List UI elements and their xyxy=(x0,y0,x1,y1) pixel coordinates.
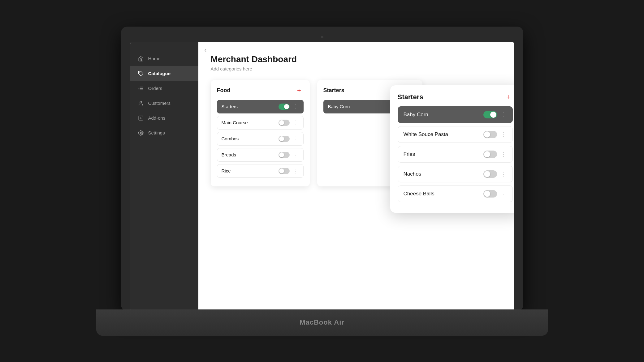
food-item-maincourse[interactable]: Main Course ⋮ xyxy=(217,116,304,130)
sidebar-label-home: Home xyxy=(148,56,161,61)
food-item-maincourse-label: Main Course xyxy=(222,120,248,125)
sidebar-label-addons: Add-ons xyxy=(148,115,166,121)
camera xyxy=(321,36,323,38)
sidebar-label-orders: Orders xyxy=(148,86,162,91)
settings-icon xyxy=(138,130,144,136)
floating-panel: Starters + Baby Corn ⋮ White Souce Pasta xyxy=(390,85,514,213)
home-icon xyxy=(138,56,144,62)
food-card-header: Food + xyxy=(217,86,304,95)
food-item-combos-controls: ⋮ xyxy=(279,135,299,142)
floating-item-fries-label: Fries xyxy=(404,151,415,157)
sidebar-label-catalogue: Catalogue xyxy=(148,71,171,76)
orders-icon xyxy=(138,85,144,92)
floating-item-babycorn-controls: ⋮ xyxy=(483,111,507,118)
page-title: Merchant Dashboard xyxy=(211,54,502,64)
food-item-maincourse-controls: ⋮ xyxy=(279,119,299,126)
floating-item-fries[interactable]: Fries ⋮ xyxy=(398,146,513,163)
floating-item-whitepasta-label: White Souce Pasta xyxy=(404,131,448,138)
screen-bezel: Home Catalogue Orders xyxy=(121,27,523,311)
floating-item-nachos-toggle[interactable] xyxy=(483,170,497,178)
macbook-label: MacBook Air xyxy=(300,318,344,326)
page-subtitle: Add categories here xyxy=(211,66,502,71)
food-item-combos-toggle[interactable] xyxy=(279,136,290,142)
food-item-rice[interactable]: Rice ⋮ xyxy=(217,164,304,178)
floating-item-babycorn-label: Baby Corn xyxy=(404,112,428,118)
food-card: Food + Starters ⋮ xyxy=(211,80,310,186)
floating-item-fries-menu[interactable]: ⋮ xyxy=(501,151,507,158)
sidebar-item-customers[interactable]: Customers xyxy=(130,96,198,111)
starters-card-title: Starters xyxy=(323,87,344,94)
food-item-starters-menu[interactable]: ⋮ xyxy=(293,103,299,110)
plus-square-icon xyxy=(138,115,144,121)
sidebar-item-home[interactable]: Home xyxy=(130,51,198,66)
main-content: ‹ Merchant Dashboard Add categories here… xyxy=(198,42,514,311)
food-item-rice-label: Rice xyxy=(222,168,231,173)
food-item-rice-menu[interactable]: ⋮ xyxy=(293,168,299,174)
food-item-starters-toggle[interactable] xyxy=(279,104,290,110)
food-card-title: Food xyxy=(217,87,231,94)
sidebar-label-customers: Customers xyxy=(148,100,171,106)
svg-point-7 xyxy=(140,101,142,103)
food-item-combos[interactable]: Combos ⋮ xyxy=(217,132,304,146)
sidebar-item-catalogue[interactable]: Catalogue xyxy=(130,66,198,81)
floating-item-cheeseballs[interactable]: Cheese Balls ⋮ xyxy=(398,185,513,202)
floating-item-cheeseballs-menu[interactable]: ⋮ xyxy=(501,190,507,197)
floating-panel-header: Starters + xyxy=(398,93,513,101)
sidebar-item-settings[interactable]: Settings xyxy=(130,126,198,140)
floating-item-nachos-controls: ⋮ xyxy=(483,170,507,178)
floating-item-nachos[interactable]: Nachos ⋮ xyxy=(398,166,513,182)
sidebar: Home Catalogue Orders xyxy=(130,42,198,311)
back-arrow[interactable]: ‹ xyxy=(205,46,207,53)
floating-item-fries-toggle[interactable] xyxy=(483,151,497,158)
food-add-button[interactable]: + xyxy=(295,86,304,95)
food-item-starters-controls: ⋮ xyxy=(279,103,299,110)
food-item-breads-menu[interactable]: ⋮ xyxy=(293,151,299,158)
sidebar-item-addons[interactable]: Add-ons xyxy=(130,111,198,126)
floating-item-whitepasta-controls: ⋮ xyxy=(483,131,507,138)
sidebar-label-settings: Settings xyxy=(148,130,165,135)
laptop-base: MacBook Air xyxy=(96,309,548,336)
food-item-breads-toggle[interactable] xyxy=(279,152,290,158)
food-item-breads[interactable]: Breads ⋮ xyxy=(217,148,304,162)
floating-item-whitepasta[interactable]: White Souce Pasta ⋮ xyxy=(398,126,513,143)
food-item-maincourse-toggle[interactable] xyxy=(279,120,290,126)
floating-item-nachos-label: Nachos xyxy=(404,171,421,177)
user-icon xyxy=(138,100,144,106)
floating-item-babycorn-toggle[interactable] xyxy=(483,111,497,118)
floating-item-nachos-menu[interactable]: ⋮ xyxy=(501,171,507,177)
food-item-breads-label: Breads xyxy=(222,152,236,157)
floating-item-cheeseballs-controls: ⋮ xyxy=(483,190,507,198)
laptop-screen: Home Catalogue Orders xyxy=(130,42,514,311)
food-item-combos-label: Combos xyxy=(222,136,239,141)
sidebar-item-orders[interactable]: Orders xyxy=(130,81,198,96)
starters-item-babycorn-label: Baby Corn xyxy=(328,104,350,109)
laptop-frame: Home Catalogue Orders xyxy=(96,27,548,336)
floating-item-cheeseballs-toggle[interactable] xyxy=(483,190,497,198)
floating-item-babycorn[interactable]: Baby Corn ⋮ xyxy=(398,106,513,123)
food-item-combos-menu[interactable]: ⋮ xyxy=(293,135,299,142)
floating-panel-add-button[interactable]: + xyxy=(504,93,513,101)
svg-point-11 xyxy=(140,132,141,134)
food-item-breads-controls: ⋮ xyxy=(279,151,299,158)
food-item-rice-toggle[interactable] xyxy=(279,168,290,174)
food-item-starters-label: Starters xyxy=(222,104,238,109)
floating-panel-title: Starters xyxy=(398,93,423,101)
food-item-maincourse-menu[interactable]: ⋮ xyxy=(293,119,299,126)
floating-item-whitepasta-menu[interactable]: ⋮ xyxy=(501,131,507,138)
food-item-starters[interactable]: Starters ⋮ xyxy=(217,100,304,113)
floating-item-cheeseballs-label: Cheese Balls xyxy=(404,191,434,197)
floating-item-babycorn-menu[interactable]: ⋮ xyxy=(501,111,507,118)
floating-item-whitepasta-toggle[interactable] xyxy=(483,131,497,138)
floating-item-fries-controls: ⋮ xyxy=(483,151,507,158)
food-item-rice-controls: ⋮ xyxy=(279,168,299,174)
catalogue-icon xyxy=(138,70,144,77)
